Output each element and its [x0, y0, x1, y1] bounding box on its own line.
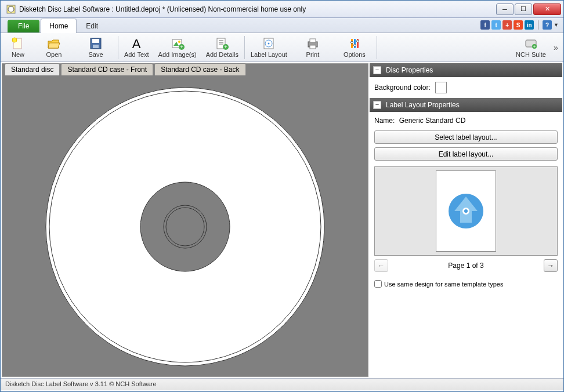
new-icon: [11, 37, 25, 50]
print-button[interactable]: Print: [292, 34, 334, 61]
window-title: Disketch Disc Label Software : Untitled.…: [19, 5, 496, 13]
page-thumbnail[interactable]: [436, 170, 496, 252]
svg-rect-6: [93, 45, 99, 48]
same-design-row[interactable]: Use same design for same template types: [374, 280, 558, 288]
doc-tab-cd-back[interactable]: Standard CD case - Back: [154, 63, 245, 75]
disc-properties-title: Disc Properties: [386, 66, 433, 74]
status-bar: Disketch Disc Label Software v 3.11 © NC…: [1, 378, 563, 390]
canvas-area: Standard disc Standard CD case - Front S…: [2, 63, 368, 377]
stumbleupon-icon[interactable]: S: [514, 20, 523, 30]
tab-home[interactable]: Home: [41, 19, 77, 33]
svg-text:+: +: [224, 44, 227, 50]
svg-point-38: [166, 208, 204, 246]
print-icon: [306, 37, 320, 50]
help-icon[interactable]: ?: [543, 20, 552, 30]
add-images-icon: +: [171, 37, 185, 50]
doc-tab-standard-disc[interactable]: Standard disc: [5, 63, 60, 75]
add-details-icon: +: [215, 37, 229, 50]
same-design-label: Use same design for same template types: [384, 281, 503, 288]
app-icon: [6, 5, 16, 14]
layout-preview: [374, 166, 558, 256]
help-dropdown-icon[interactable]: ▼: [554, 22, 559, 28]
google-plus-icon[interactable]: +: [502, 20, 512, 30]
toolbar-separator: [377, 36, 377, 59]
layout-name-value: Generic Standard CD: [399, 117, 466, 125]
svg-point-28: [350, 41, 353, 43]
ribbon-tabs: File Home Edit f t + S in ? ▼: [1, 18, 563, 33]
svg-text:A: A: [132, 37, 141, 50]
save-icon: [89, 37, 103, 50]
doc-tab-cd-front[interactable]: Standard CD case - Front: [61, 63, 153, 75]
layout-properties-title: Label Layout Properties: [386, 101, 460, 109]
svg-point-30: [356, 40, 359, 42]
close-button[interactable]: ✕: [533, 3, 561, 15]
bg-color-label: Background color:: [374, 84, 431, 92]
label-layout-button[interactable]: Label Layout: [246, 34, 292, 61]
bg-color-swatch[interactable]: [435, 82, 447, 93]
maximize-button[interactable]: ☐: [515, 3, 532, 15]
collapse-icon[interactable]: −: [373, 101, 381, 109]
svg-rect-24: [310, 45, 316, 49]
layout-name-label: Name:: [374, 117, 395, 125]
titlebar: Disketch Disc Label Software : Untitled.…: [1, 1, 563, 18]
nch-suite-icon: +: [524, 37, 538, 50]
add-details-button[interactable]: + Add Details: [201, 34, 243, 61]
disc-preview: [40, 82, 330, 372]
toolbar: New Open Save A Add Text + Add Image(s) …: [1, 33, 563, 62]
page-prev-button[interactable]: ←: [374, 259, 388, 272]
same-design-checkbox[interactable]: [374, 280, 382, 288]
linkedin-icon[interactable]: in: [525, 20, 534, 30]
edit-layout-button[interactable]: Edit label layout...: [374, 147, 558, 161]
open-button[interactable]: Open: [33, 34, 75, 61]
svg-point-21: [268, 43, 270, 45]
new-button[interactable]: New: [3, 34, 33, 61]
svg-point-3: [12, 38, 17, 42]
page-next-button[interactable]: →: [544, 259, 558, 272]
disc-canvas[interactable]: [2, 77, 368, 376]
svg-point-42: [464, 209, 468, 213]
status-text: Disketch Disc Label Software v 3.11 © NC…: [5, 380, 157, 387]
layout-properties-header: − Label Layout Properties: [370, 98, 562, 112]
disc-properties-header: − Disc Properties: [370, 63, 562, 77]
file-tab[interactable]: File: [8, 20, 39, 32]
toolbar-overflow-icon[interactable]: »: [551, 34, 561, 61]
svg-rect-23: [310, 39, 316, 42]
toolbar-separator: [244, 36, 245, 59]
open-icon: [47, 37, 61, 50]
svg-text:+: +: [533, 44, 536, 49]
add-text-icon: A: [129, 37, 143, 50]
svg-point-10: [178, 41, 180, 43]
add-images-button[interactable]: + Add Image(s): [154, 34, 201, 61]
toolbar-separator: [118, 36, 118, 59]
twitter-icon[interactable]: t: [491, 20, 501, 30]
nch-suite-button[interactable]: + NCH Suite: [511, 34, 551, 61]
label-layout-icon: [262, 37, 276, 50]
tab-edit[interactable]: Edit: [78, 19, 106, 33]
facebook-icon[interactable]: f: [480, 20, 490, 30]
side-panel: − Disc Properties Background color: − La…: [370, 63, 562, 377]
svg-rect-26: [354, 39, 356, 48]
add-text-button[interactable]: A Add Text: [120, 34, 154, 61]
svg-point-29: [353, 44, 356, 46]
social-separator: [538, 20, 538, 30]
options-button[interactable]: Options: [334, 34, 375, 61]
options-icon: [348, 37, 361, 50]
svg-point-1: [8, 6, 14, 12]
svg-rect-5: [92, 39, 99, 43]
minimize-button[interactable]: ─: [496, 3, 514, 15]
page-indicator: Page 1 of 3: [448, 262, 483, 270]
save-button[interactable]: Save: [75, 34, 117, 61]
collapse-icon[interactable]: −: [373, 66, 381, 74]
select-layout-button[interactable]: Select label layout...: [374, 130, 558, 144]
svg-text:+: +: [180, 44, 183, 50]
